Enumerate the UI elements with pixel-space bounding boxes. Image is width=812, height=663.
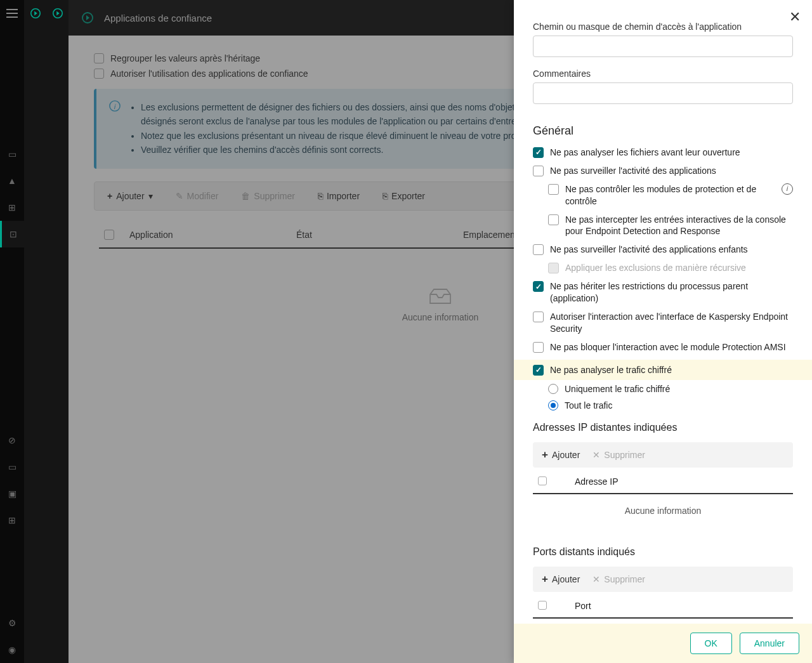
path-label: Chemin ou masque de chemin d'accès à l'a…	[533, 22, 793, 32]
port-toolbar: +Ajouter ✕Supprimer	[533, 567, 793, 592]
nav-icon-1[interactable]: ▭	[0, 141, 24, 167]
nav-circle-icon-2[interactable]	[46, 0, 69, 27]
nav-icon-b2[interactable]: ▣	[0, 480, 24, 507]
port-section-title: Ports distants indiqués	[533, 546, 793, 558]
ip-delete-button: ✕Supprimer	[593, 450, 645, 460]
ip-toolbar: +Ajouter ✕Supprimer	[533, 442, 793, 468]
side-panel: ✕ Chemin ou masque de chemin d'accès à l…	[514, 0, 812, 663]
port-select-all[interactable]	[538, 601, 547, 610]
comments-label: Commentaires	[533, 69, 793, 79]
ip-add-button[interactable]: +Ajouter	[542, 449, 580, 461]
port-empty: Aucune information	[533, 619, 793, 624]
cancel-button[interactable]: Annuler	[740, 633, 799, 654]
settings-icon[interactable]: ⚙	[0, 610, 24, 636]
chk-control-modules[interactable]	[548, 184, 559, 195]
lbl-encrypted-traffic: Ne pas analyser le trafic chiffré	[550, 364, 672, 376]
port-add-button[interactable]: +Ajouter	[542, 573, 580, 586]
chk-inherit[interactable]	[533, 281, 544, 292]
path-input[interactable]	[533, 36, 793, 57]
radio-all-traffic[interactable]	[548, 400, 558, 410]
sidebar-secondary	[24, 0, 69, 663]
lbl-control-modules: Ne pas contrôler les modules de protecti…	[565, 183, 775, 207]
nav-icon-2[interactable]: ▲	[0, 167, 24, 194]
chk-child-activity[interactable]	[533, 244, 544, 255]
nav-icon-active[interactable]: ⊡	[0, 221, 24, 247]
chk-monitor-activity[interactable]	[533, 166, 544, 176]
account-icon[interactable]: ◉	[0, 636, 24, 663]
chk-encrypted-traffic[interactable]	[533, 365, 544, 376]
nav-circle-icon-1[interactable]	[24, 0, 46, 27]
ip-table-header: Adresse IP	[533, 470, 793, 494]
nav-user-icon[interactable]: ⊘	[0, 427, 24, 454]
lbl-allow-ui: Autoriser l'interaction avec l'interface…	[550, 311, 793, 335]
port-col-header[interactable]: Port	[570, 594, 793, 619]
port-table-header: Port	[533, 594, 793, 619]
ip-col-header[interactable]: Adresse IP	[570, 470, 793, 494]
lbl-inherit: Ne pas hériter les restrictions du proce…	[550, 280, 793, 305]
chk-intercept-edr[interactable]	[548, 214, 559, 225]
menu-icon[interactable]	[0, 0, 24, 27]
sidebar-narrow: ▭ ▲ ⊞ ⊡ ⊘ ▭ ▣ ⊞ ⚙ ◉	[0, 0, 24, 663]
lbl-radio-all-traffic: Tout le trafic	[565, 400, 612, 410]
nav-icon-3[interactable]: ⊞	[0, 194, 24, 221]
ip-empty: Aucune information	[533, 494, 793, 527]
info-icon-modules[interactable]: i	[782, 183, 793, 195]
port-delete-button: ✕Supprimer	[593, 574, 645, 584]
lbl-amsi: Ne pas bloquer l'interaction avec le mod…	[550, 341, 786, 353]
nav-icon-b3[interactable]: ⊞	[0, 507, 24, 534]
close-button[interactable]: ✕	[789, 9, 801, 25]
chk-amsi[interactable]	[533, 342, 544, 353]
chk-recursive	[548, 263, 559, 273]
comments-input[interactable]	[533, 82, 793, 104]
lbl-child-activity: Ne pas surveiller l'activité des applica…	[550, 244, 748, 256]
radio-encrypted-only[interactable]	[548, 384, 558, 394]
lbl-intercept-edr: Ne pas intercepter les entrées interacti…	[565, 214, 793, 238]
general-section-title: Général	[533, 124, 793, 138]
lbl-recursive: Appliquer les exclusions de manière récu…	[565, 262, 746, 274]
chk-allow-ui[interactable]	[533, 312, 544, 322]
nav-icon-b1[interactable]: ▭	[0, 454, 24, 480]
panel-footer: OK Annuler	[514, 624, 812, 663]
ip-select-all[interactable]	[538, 476, 547, 485]
lbl-scan-before-open: Ne pas analyser les fichiers avant leur …	[550, 147, 740, 159]
chk-scan-before-open[interactable]	[533, 147, 544, 158]
lbl-radio-encrypted-only: Uniquement le trafic chiffré	[565, 384, 670, 394]
ok-button[interactable]: OK	[690, 633, 732, 654]
ip-section-title: Adresses IP distantes indiquées	[533, 422, 793, 433]
lbl-monitor-activity: Ne pas surveiller l'activité des applica…	[550, 165, 716, 177]
